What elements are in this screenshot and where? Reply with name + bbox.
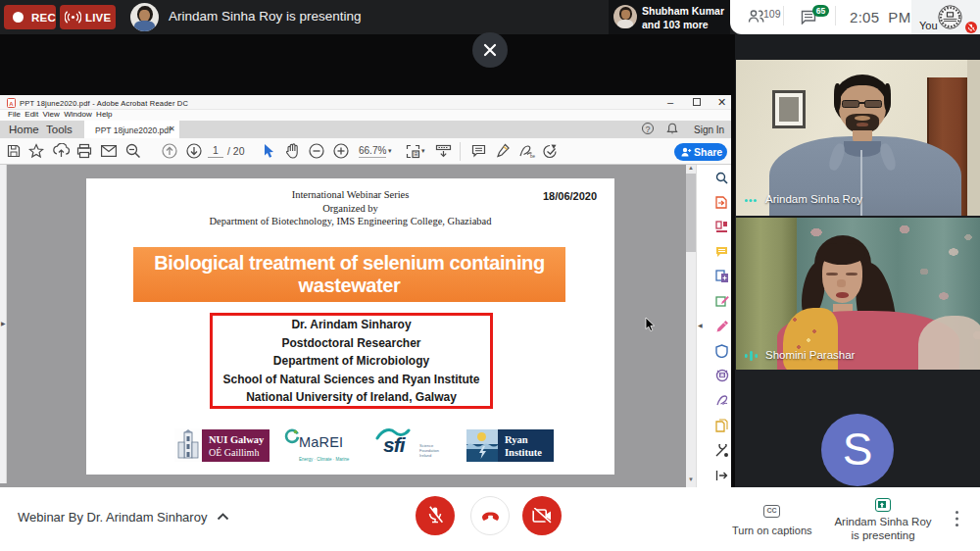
svg-text:⊞: ⊞: [414, 151, 417, 157]
svg-text:A: A: [9, 101, 14, 107]
svg-text:be: be: [530, 154, 536, 159]
